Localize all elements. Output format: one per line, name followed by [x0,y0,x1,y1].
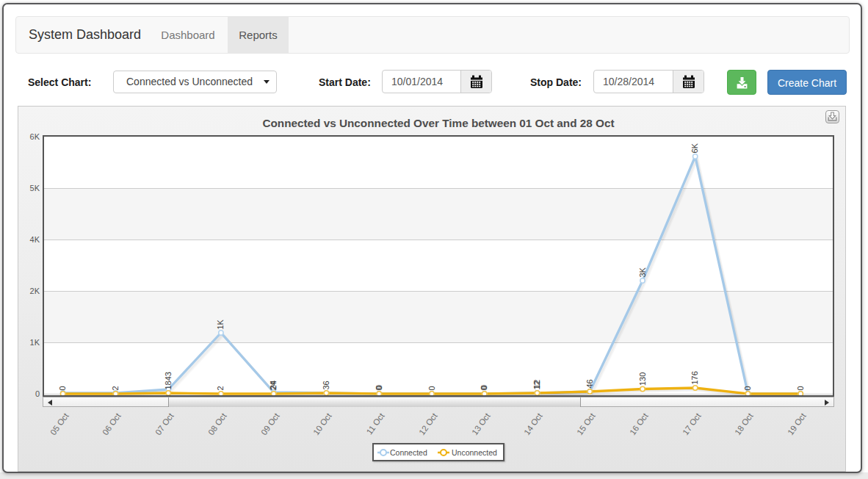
svg-text:176: 176 [690,371,699,384]
svg-text:2: 2 [216,386,225,390]
svg-text:12: 12 [532,380,541,389]
svg-text:3K: 3K [638,267,647,277]
svg-text:0: 0 [480,385,488,389]
svg-text:0: 0 [796,386,805,390]
svg-text:2: 2 [111,386,120,390]
svg-text:0: 0 [58,386,67,390]
svg-text:0: 0 [427,386,436,390]
svg-text:1843: 1843 [164,372,173,389]
svg-text:36: 36 [322,381,330,389]
svg-text:6K: 6K [690,143,699,153]
svg-text:1K: 1K [216,319,225,329]
svg-text:130: 130 [638,372,647,386]
svg-text:24: 24 [269,381,278,389]
svg-text:0: 0 [375,385,383,389]
svg-text:46: 46 [585,379,594,388]
svg-text:0: 0 [743,386,752,390]
